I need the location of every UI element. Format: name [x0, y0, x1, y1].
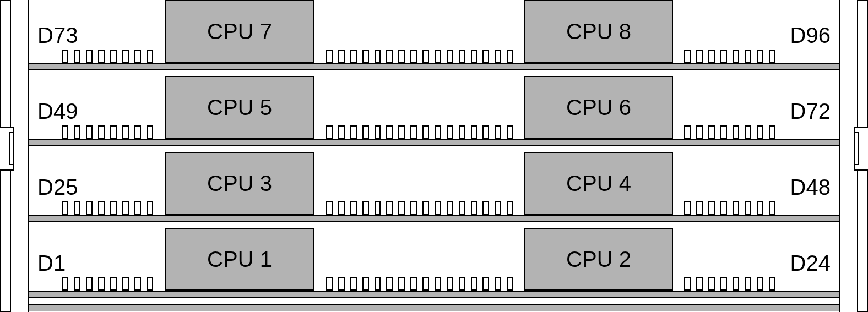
- dimm-slot: [733, 125, 739, 139]
- dimm-slot: [62, 277, 68, 291]
- dimm-slot: [696, 201, 703, 215]
- cpu-socket: CPU 3: [165, 152, 314, 215]
- dimm-bank-center: [326, 50, 513, 63]
- dimm-bank-center: [326, 201, 513, 215]
- dimm-range-label-right: D24: [790, 251, 831, 276]
- dimm-slot: [98, 277, 105, 291]
- dimm-slot: [147, 50, 153, 63]
- dimm-slot: [459, 277, 465, 291]
- dimm-slot: [338, 50, 345, 63]
- dimm-slot: [435, 125, 441, 139]
- dimm-slot: [769, 125, 775, 139]
- dimm-slot: [507, 201, 513, 215]
- dimm-slot: [362, 50, 369, 63]
- dimm-range-label-right: D72: [790, 99, 831, 124]
- dimm-bank-center: [326, 125, 513, 139]
- dimm-slot: [482, 277, 489, 291]
- dimm-slot: [507, 50, 513, 63]
- dimm-slot: [398, 125, 405, 139]
- dimm-slot: [62, 201, 68, 215]
- dimm-slot: [733, 277, 739, 291]
- dimm-slot: [745, 277, 751, 291]
- cpu-board-row: D73 CPU 7 CPU 8 D96: [29, 0, 839, 70]
- dimm-slot: [375, 277, 381, 291]
- dimm-slot: [326, 50, 333, 63]
- dimm-slot: [86, 50, 93, 63]
- handle-left: [0, 127, 14, 171]
- dimm-bank-left: [62, 277, 161, 291]
- dimm-bank-left: [62, 201, 161, 215]
- dimm-slot: [447, 125, 453, 139]
- dimm-slot: [326, 201, 333, 215]
- handle-right: [854, 127, 868, 171]
- dimm-slot: [375, 50, 381, 63]
- dimm-slot: [134, 277, 141, 291]
- dimm-slot: [326, 277, 333, 291]
- dimm-slot: [110, 201, 117, 215]
- dimm-bank-right: [684, 277, 783, 291]
- dimm-slot: [447, 277, 453, 291]
- cpu-socket: CPU 1: [165, 228, 314, 291]
- dimm-slot: [350, 201, 357, 215]
- dimm-slot: [350, 125, 357, 139]
- dimm-slot: [98, 125, 105, 139]
- dimm-range-label-left: D73: [37, 23, 78, 48]
- dimm-slot: [507, 277, 513, 291]
- dimm-slot: [482, 125, 489, 139]
- dimm-slot: [733, 201, 739, 215]
- dimm-slot: [386, 277, 393, 291]
- dimm-slot: [386, 201, 393, 215]
- dimm-slot: [708, 277, 715, 291]
- dimm-slot: [684, 277, 691, 291]
- dimm-slot: [720, 125, 727, 139]
- dimm-slot: [471, 277, 478, 291]
- dimm-slot: [482, 201, 489, 215]
- dimm-slot: [422, 201, 429, 215]
- dimm-slot: [757, 50, 763, 63]
- dimm-slot: [74, 50, 80, 63]
- dimm-slot: [375, 201, 381, 215]
- dimm-slot: [459, 50, 465, 63]
- dimm-slot: [757, 125, 763, 139]
- dimm-bank-center: [326, 277, 513, 291]
- chassis-base: [29, 304, 839, 311]
- chassis-body: D73 CPU 7 CPU 8 D96 D49 CPU 5 CPU 6 D72 …: [28, 0, 840, 312]
- dimm-slot: [495, 125, 501, 139]
- server-chassis: D73 CPU 7 CPU 8 D96 D49 CPU 5 CPU 6 D72 …: [0, 0, 868, 312]
- dimm-slot: [769, 277, 775, 291]
- dimm-slot: [110, 125, 117, 139]
- dimm-slot: [62, 50, 68, 63]
- dimm-slot: [134, 125, 141, 139]
- dimm-slot: [74, 201, 80, 215]
- dimm-slot: [147, 125, 153, 139]
- dimm-slot: [62, 125, 68, 139]
- dimm-range-label-left: D25: [37, 175, 78, 200]
- board-tray: [29, 139, 839, 146]
- dimm-slot: [398, 277, 405, 291]
- dimm-bank-left: [62, 50, 161, 63]
- dimm-bank-left: [62, 125, 161, 139]
- dimm-slot: [134, 50, 141, 63]
- dimm-slot: [507, 125, 513, 139]
- dimm-slot: [422, 277, 429, 291]
- dimm-slot: [74, 277, 80, 291]
- dimm-slot: [745, 50, 751, 63]
- dimm-slot: [410, 50, 417, 63]
- dimm-slot: [362, 125, 369, 139]
- dimm-slot: [398, 50, 405, 63]
- dimm-slot: [471, 201, 478, 215]
- cpu-board-row: D49 CPU 5 CPU 6 D72: [29, 76, 839, 146]
- dimm-slot: [147, 277, 153, 291]
- dimm-range-label-right: D48: [790, 175, 831, 200]
- dimm-slot: [410, 125, 417, 139]
- board-tray: [29, 291, 839, 298]
- dimm-slot: [86, 277, 93, 291]
- dimm-slot: [435, 277, 441, 291]
- dimm-slot: [708, 50, 715, 63]
- dimm-slot: [386, 125, 393, 139]
- dimm-slot: [98, 50, 105, 63]
- dimm-slot: [720, 277, 727, 291]
- dimm-slot: [398, 201, 405, 215]
- dimm-slot: [86, 125, 93, 139]
- dimm-slot: [410, 201, 417, 215]
